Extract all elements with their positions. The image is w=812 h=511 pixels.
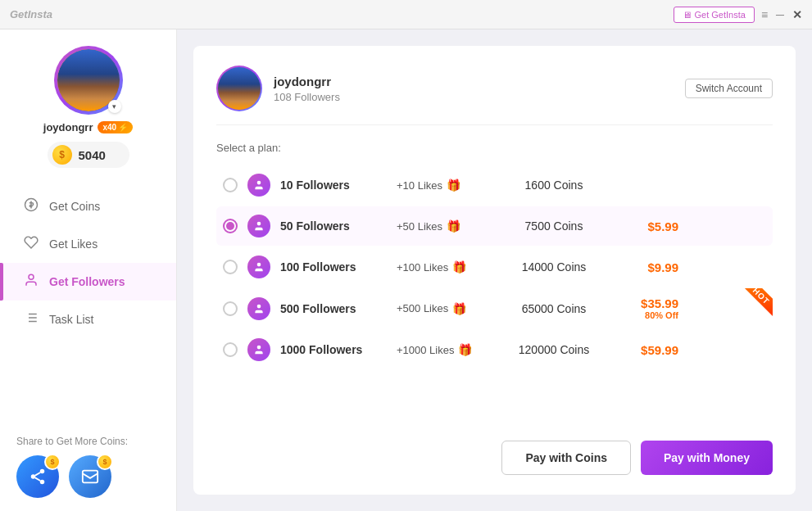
plan-radio-10[interactable]	[223, 178, 238, 192]
profile-avatar-inner	[218, 67, 261, 110]
gift-icon-1000: 🎁	[458, 343, 472, 356]
plan-price-area-500: $35.99 80% Off	[621, 296, 678, 320]
plan-row-500[interactable]: 500 Followers +500 Likes 🎁 65000 Coins $…	[216, 288, 773, 328]
plan-name-1000: 1000 Followers	[280, 343, 387, 356]
plan-row-500-wrapper: 500 Followers +500 Likes 🎁 65000 Coins $…	[216, 288, 773, 328]
list-nav-icon	[23, 310, 39, 328]
sidebar-item-task-list[interactable]: Task List	[0, 301, 176, 338]
plan-price-1000: $59.99	[621, 343, 678, 357]
lightning-icon: ⚡	[118, 123, 128, 132]
gift-icon-100: 🎁	[452, 260, 466, 274]
gift-icon-50: 🎁	[447, 219, 460, 233]
plan-radio-1000[interactable]	[223, 342, 238, 357]
user-nav-icon	[23, 273, 39, 291]
plan-price-500: $35.99	[621, 296, 678, 310]
pay-with-coins-button[interactable]: Pay with Coins	[501, 441, 631, 475]
plan-row-10[interactable]: 10 Followers +10 Likes 🎁 1600 Coins	[216, 165, 773, 205]
window-controls: ≡ ─ ✕	[761, 9, 802, 20]
profile-followers: 108 Followers	[274, 91, 674, 103]
minimize-button[interactable]: ─	[776, 9, 784, 20]
svg-point-17	[257, 304, 261, 308]
profile-info: joydongrr 108 Followers	[274, 75, 674, 103]
sidebar-item-get-coins[interactable]: Get Coins	[0, 188, 176, 225]
profile-username: joydongrr	[274, 75, 674, 88]
get-likes-label: Get Likes	[49, 237, 98, 251]
sidebar-item-get-likes[interactable]: Get Likes	[0, 225, 176, 263]
plan-user-icon-50	[247, 215, 270, 237]
monitor-icon: 🖥	[683, 10, 692, 20]
plan-name-500: 500 Followers	[280, 302, 387, 315]
plan-name-50: 50 Followers	[280, 219, 387, 233]
coins-nav-icon	[23, 197, 39, 215]
plan-coins-100: 14000 Coins	[497, 260, 611, 274]
avatar-dropdown-icon[interactable]: ▾	[108, 100, 121, 113]
plan-coins-1000: 120000 Coins	[497, 343, 611, 356]
heart-nav-icon	[23, 235, 39, 253]
close-button[interactable]: ✕	[792, 9, 802, 20]
coin-icon: $	[52, 145, 72, 165]
share-icons-row: $ $	[16, 455, 160, 498]
plan-user-icon-1000	[247, 338, 270, 361]
get-coins-label: Get Coins	[49, 200, 100, 213]
profile-avatar	[216, 66, 262, 111]
get-followers-label: Get Followers	[49, 275, 125, 288]
share-social-badge: $	[44, 454, 61, 470]
get-getinsta-button[interactable]: 🖥 Get GetInsta	[674, 7, 755, 23]
plan-name-10: 10 Followers	[280, 179, 387, 192]
app-name: GetInsta	[10, 8, 52, 20]
svg-point-14	[257, 181, 261, 185]
gift-icon-10: 🎁	[447, 179, 460, 192]
plan-radio-100[interactable]	[223, 260, 238, 274]
plan-row-1000[interactable]: 1000 Followers +1000 Likes 🎁 120000 Coin…	[216, 330, 773, 369]
pay-with-money-button[interactable]: Pay with Money	[641, 441, 773, 475]
plan-row-50[interactable]: 50 Followers +50 Likes 🎁 7500 Coins $5.9…	[216, 206, 773, 246]
plan-price-100: $9.99	[621, 260, 678, 274]
plan-radio-50[interactable]	[223, 219, 238, 233]
plan-coins-10: 1600 Coins	[497, 179, 611, 192]
plan-user-icon-100	[247, 256, 270, 278]
main-content: joydongrr 108 Followers Switch Account S…	[177, 29, 812, 511]
plan-coins-50: 7500 Coins	[497, 219, 611, 233]
svg-line-12	[35, 473, 40, 476]
username-row: joydongrr x40 ⚡	[43, 121, 133, 133]
plan-user-icon-500	[247, 297, 270, 320]
gift-icon-500: 🎁	[452, 302, 466, 315]
main-card: joydongrr 108 Followers Switch Account S…	[193, 46, 796, 495]
plan-name-100: 100 Followers	[280, 260, 387, 274]
svg-point-1	[29, 274, 34, 279]
sidebar-item-get-followers[interactable]: Get Followers	[0, 263, 176, 301]
multiplier-value: x40	[102, 123, 116, 132]
coins-value: 5040	[79, 148, 106, 162]
svg-point-9	[31, 474, 36, 479]
plan-label: Select a plan:	[216, 142, 773, 154]
svg-point-18	[257, 346, 261, 350]
card-footer: Pay with Coins Pay with Money	[216, 431, 773, 475]
sidebar: ▾ joydongrr x40 ⚡ $ 5040 Get Coins	[0, 29, 177, 511]
multiplier-badge: x40 ⚡	[98, 121, 133, 133]
share-social-button[interactable]: $	[16, 455, 59, 498]
plan-likes-500: +500 Likes 🎁	[397, 302, 487, 315]
title-bar-controls: 🖥 Get GetInsta ≡ ─ ✕	[674, 7, 802, 23]
svg-point-10	[40, 480, 45, 485]
app-container: ▾ joydongrr x40 ⚡ $ 5040 Get Coins	[0, 29, 812, 511]
nav-list: Get Coins Get Likes Get Foll	[0, 188, 176, 338]
sidebar-username: joydongrr	[43, 121, 93, 133]
menu-button[interactable]: ≡	[761, 9, 768, 20]
plans-list: 10 Followers +10 Likes 🎁 1600 Coins 50 F…	[216, 165, 773, 418]
plan-radio-500[interactable]	[223, 301, 238, 316]
plan-likes-1000: +1000 Likes 🎁	[397, 343, 487, 356]
svg-rect-13	[83, 471, 98, 483]
share-section: Share to Get More Coins: $ $	[0, 423, 176, 511]
plan-row-100[interactable]: 100 Followers +100 Likes 🎁 14000 Coins $…	[216, 247, 773, 287]
share-email-button[interactable]: $	[69, 455, 111, 498]
profile-header: joydongrr 108 Followers Switch Account	[216, 66, 773, 125]
share-email-badge: $	[97, 454, 113, 470]
plan-price-50: $5.99	[621, 219, 678, 233]
svg-point-8	[40, 469, 45, 474]
switch-account-button[interactable]: Switch Account	[685, 79, 773, 98]
coins-bar: $ 5040	[48, 142, 129, 168]
plan-coins-500: 65000 Coins	[497, 302, 611, 315]
plan-likes-100: +100 Likes 🎁	[397, 260, 487, 274]
active-bar	[0, 263, 3, 301]
plan-user-icon-10	[247, 174, 270, 197]
